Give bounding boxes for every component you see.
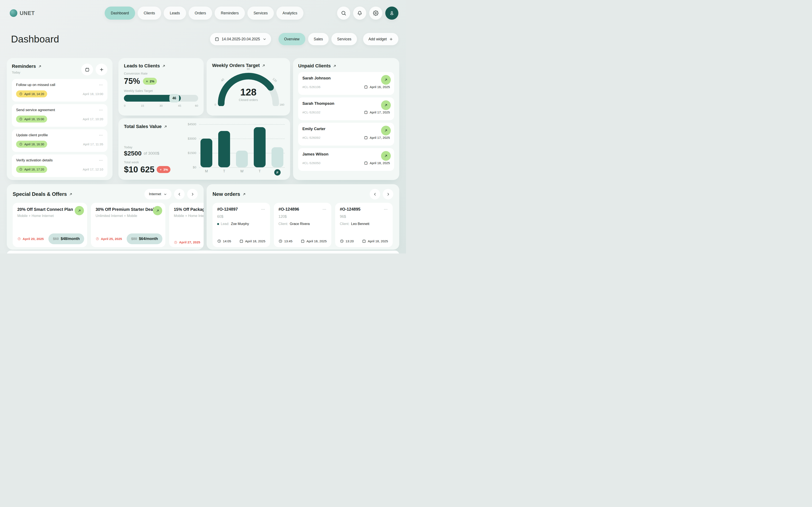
nav-item-dashboard[interactable]: Dashboard (105, 7, 135, 20)
order-menu-button[interactable] (384, 207, 388, 212)
tab-sales[interactable]: Sales (308, 33, 329, 45)
search-button[interactable] (337, 7, 350, 20)
reminder-title: Update client profile (16, 133, 48, 137)
chart-plot-area (199, 124, 285, 167)
bar-thursday (254, 127, 266, 167)
arrow-up-right-icon (384, 154, 388, 158)
gauge-tick: 80 (247, 67, 250, 70)
order-time: 13:45 (278, 239, 293, 243)
reminder-item[interactable]: Send service agreement April 18, 15:00 A… (12, 104, 107, 127)
client-id: #CL-526102 (302, 110, 320, 114)
open-deal-button[interactable] (153, 206, 162, 215)
reminder-menu-button[interactable] (99, 82, 103, 87)
reminders-calendar-button[interactable] (81, 64, 93, 75)
notifications-button[interactable] (353, 7, 366, 20)
calendar-dot-icon (364, 135, 368, 139)
open-client-button[interactable] (381, 126, 391, 135)
deal-title: 30% Off Premium Starter Deal (96, 207, 161, 212)
client-card[interactable]: Sarah Thompson #CL-526102 April 17, 2025 (298, 97, 394, 120)
reminder-menu-button[interactable] (99, 108, 103, 112)
client-card[interactable]: Emily Carter #CL-526092 April 17, 2025 (298, 123, 394, 146)
tab-services[interactable]: Services (332, 33, 357, 45)
gauge-tick: 160 (280, 103, 285, 106)
deals-next-button[interactable] (187, 189, 198, 200)
deal-card[interactable]: 30% Off Premium Starter Deal Unlimited I… (91, 203, 165, 247)
clock-icon (340, 239, 344, 243)
bar-monday (200, 138, 212, 167)
gauge-title: Weekly Orders Target (212, 63, 260, 68)
nav-item-leads[interactable]: Leads (164, 7, 186, 20)
dots-icon (99, 108, 103, 112)
deal-expiry-date: April 27, 2025 (174, 240, 200, 244)
open-client-button[interactable] (381, 100, 391, 110)
open-client-button[interactable] (381, 151, 391, 161)
person-label: Client: (340, 222, 349, 226)
arrow-up-right-icon (384, 103, 388, 107)
order-menu-button[interactable] (322, 207, 327, 212)
arrow-up-right-icon (78, 209, 81, 213)
reminders-add-button[interactable] (96, 64, 107, 75)
dots-icon (261, 207, 265, 212)
deals-category-filter[interactable]: Internet (144, 189, 171, 200)
nav-item-reminders[interactable]: Reminders (215, 7, 245, 20)
open-deal-button[interactable] (74, 206, 84, 215)
nav-item-clients[interactable]: Clients (138, 7, 161, 20)
order-card[interactable]: #O-124895 96$ Client: Leo Bennett 13:20 … (335, 203, 393, 247)
tab-overview[interactable]: Overview (278, 33, 305, 45)
weekly-sales-target-label: Weekly Sales Target (124, 89, 198, 93)
calendar-icon (215, 37, 219, 41)
person-name: Zoe Murphy (231, 222, 249, 226)
reminder-created-at: April 17, 11:35 (83, 143, 103, 146)
weekly-orders-target-card: Weekly Orders Target 0 40 80 120 160 128… (207, 58, 290, 116)
calendar-icon (85, 67, 90, 72)
reminder-item[interactable]: Follow up on missed call April 18, 14:20… (12, 79, 107, 102)
date-range-picker[interactable]: 14.04.2025-20.04.2025 (210, 33, 271, 45)
order-card[interactable]: #O-124896 120$ Client: Grace Rivera 13:4… (274, 203, 332, 247)
total-sales-title-link[interactable]: Total Sales Value (124, 124, 186, 129)
reminder-item[interactable]: Verify activation details April 18, 17:2… (12, 155, 107, 177)
reminders-title-link[interactable]: Reminders (12, 64, 42, 69)
order-card[interactable]: #O-124897 60$ Lead: Zoe Murphy 14:05 (212, 203, 270, 247)
deal-card[interactable]: 15% Off Package Mobile + Home Internet A… (169, 203, 204, 247)
client-due-date: April 18, 2025 (364, 161, 390, 165)
add-widget-button[interactable]: Add widget (363, 33, 398, 45)
brand-logo[interactable]: UNET (10, 9, 35, 17)
clock-icon (217, 239, 221, 243)
client-due-date: April 16, 2025 (364, 85, 390, 89)
nav-item-orders[interactable]: Orders (189, 7, 212, 20)
plus-icon (389, 37, 393, 41)
reminder-created-at: April 18, 13:00 (83, 92, 103, 96)
order-menu-button[interactable] (261, 207, 265, 212)
deal-card[interactable]: 20% Off Smart Connect Plan Mobile + Home… (13, 203, 87, 247)
client-name: Sarah Johnson (302, 76, 390, 80)
unpaid-clients-title-link[interactable]: Unpaid Clients (298, 63, 394, 69)
calendar-dot-icon (364, 85, 368, 89)
orders-next-button[interactable] (383, 189, 393, 200)
orders-prev-button[interactable] (370, 189, 380, 200)
nav-item-analytics[interactable]: Analytics (276, 7, 303, 20)
deal-new-price: $64/month (139, 237, 158, 241)
nav-item-services[interactable]: Services (247, 7, 274, 20)
special-deals-title-link[interactable]: Special Deals & Offers (13, 191, 72, 197)
special-deals-panel: Special Deals & Offers Internet 20% Off … (7, 184, 204, 250)
client-card[interactable]: Sarah Johnson #CL-526106 April 16, 2025 (298, 72, 394, 95)
profile-avatar[interactable] (385, 7, 398, 20)
deal-subtitle: Unlimited Internet + Mobile (96, 214, 161, 218)
new-orders-title-link[interactable]: New orders (212, 191, 246, 197)
settings-button[interactable] (369, 7, 382, 20)
gauge-tick: 0 (215, 103, 216, 106)
calendar-dot-icon (364, 161, 368, 165)
client-card[interactable]: James Wilson #CL-526050 April 18, 2025 (298, 148, 394, 171)
client-name: James Wilson (302, 152, 390, 157)
open-client-button[interactable] (381, 75, 391, 85)
clock-icon (278, 239, 283, 243)
reminder-menu-button[interactable] (99, 158, 103, 163)
clock-dashed-icon (19, 117, 22, 121)
reminder-item[interactable]: Update client profile April 18, 16:30 Ap… (12, 129, 107, 152)
person-label: Client: (278, 222, 288, 226)
add-widget-label: Add widget (368, 37, 387, 41)
leads-title-link[interactable]: Leads to Clients (124, 63, 198, 69)
deals-prev-button[interactable] (174, 189, 185, 200)
arrow-up-right-icon (162, 64, 165, 68)
reminder-menu-button[interactable] (99, 133, 103, 137)
